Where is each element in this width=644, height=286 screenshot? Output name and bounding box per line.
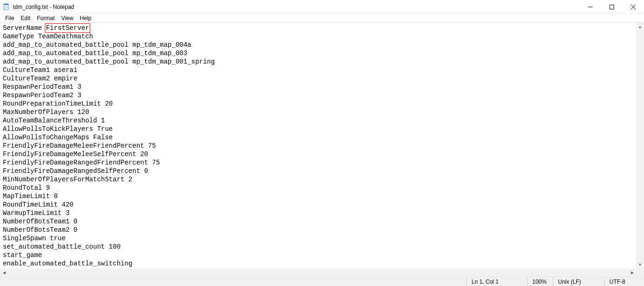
statusbar: Ln 1, Col 1 100% Unix (LF) UTF-8 [0, 277, 644, 286]
scroll-corner [636, 269, 644, 277]
vertical-scroll-track[interactable] [636, 31, 644, 261]
status-eol: Unix (LF) [553, 277, 604, 286]
highlight-box [45, 23, 90, 33]
vertical-scrollbar[interactable]: ▲ ▼ [636, 23, 644, 269]
menu-file[interactable]: File [2, 14, 17, 22]
minimize-button[interactable] [580, 0, 601, 14]
text-editor[interactable]: ServerName FirstServer GameType TeamDeat… [0, 23, 636, 269]
titlebar: tdm_config.txt - Notepad [0, 0, 644, 14]
scroll-down-arrow[interactable]: ▼ [636, 261, 644, 269]
window-title: tdm_config.txt - Notepad [13, 4, 74, 10]
status-encoding: UTF-8 [604, 277, 644, 286]
close-button[interactable] [623, 0, 644, 14]
maximize-button[interactable] [601, 0, 623, 14]
menu-help[interactable]: Help [77, 14, 95, 22]
svg-rect-6 [610, 5, 614, 9]
scroll-up-arrow[interactable]: ▲ [636, 23, 644, 31]
menubar: File Edit Format View Help [0, 14, 644, 22]
scroll-left-arrow[interactable]: ◀ [0, 269, 8, 277]
status-caret: Ln 1, Col 1 [466, 277, 527, 286]
menu-edit[interactable]: Edit [17, 14, 34, 22]
horizontal-scroll-track[interactable] [8, 269, 628, 277]
horizontal-scrollbar[interactable]: ◀ ▶ [0, 269, 636, 277]
notepad-icon [3, 3, 10, 11]
scroll-right-arrow[interactable]: ▶ [628, 269, 636, 277]
menu-format[interactable]: Format [34, 14, 58, 22]
status-zoom: 100% [527, 277, 553, 286]
svg-rect-1 [4, 4, 8, 5]
menu-view[interactable]: View [58, 14, 77, 22]
